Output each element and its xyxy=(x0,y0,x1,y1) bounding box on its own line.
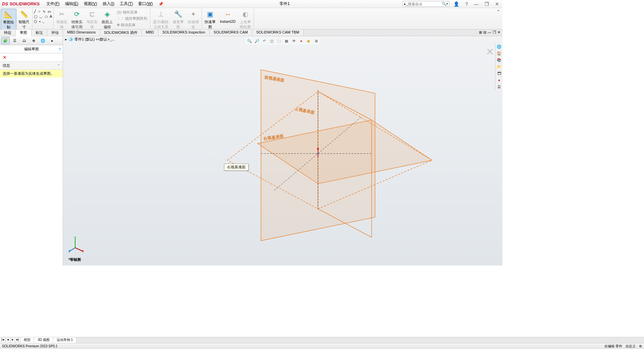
property-tab-icon[interactable]: ☰ xyxy=(10,37,19,44)
offset-icon: ⊏ xyxy=(88,9,97,19)
command-search[interactable]: ▸_ 🔍 ▾ xyxy=(402,1,449,7)
tab-annotate[interactable]: 标注 xyxy=(32,30,47,36)
user-icon[interactable]: 👤 xyxy=(451,1,461,7)
search-input[interactable] xyxy=(408,2,442,6)
tab-sw-addins[interactable]: SOLIDWORKS 插件 xyxy=(100,30,142,36)
move-icon: ✥ xyxy=(117,23,120,27)
search-terminal-icon: ▸_ xyxy=(404,2,408,6)
file-explorer-icon[interactable]: 📁 xyxy=(496,64,502,70)
quick-sketch-button[interactable]: ▣ 快速草 图 xyxy=(203,9,218,30)
more-tab-icon[interactable]: ▸ xyxy=(48,37,57,44)
prev-view-icon[interactable]: ↶ xyxy=(261,38,268,44)
tab-sw-inspection[interactable]: SOLIDWORKS Inspection xyxy=(158,30,210,36)
minimize-button[interactable]: — xyxy=(472,1,481,7)
scene-icon[interactable]: ◉ xyxy=(305,38,312,44)
close-button[interactable]: ✕ xyxy=(493,1,501,7)
help-icon[interactable]: ? xyxy=(463,1,470,7)
sw-resources-icon[interactable]: 🌐 xyxy=(496,44,502,50)
design-library-icon[interactable]: 📚 xyxy=(496,57,502,63)
snap-icon: ✦ xyxy=(189,9,198,19)
slot-tool-icon[interactable]: ▭ xyxy=(48,9,51,14)
convert-button[interactable]: ⟳ 转换实 体引用 xyxy=(69,9,85,30)
onface-offset-button[interactable]: ◈ 曲面上 偏移 xyxy=(100,9,115,30)
pm-cancel-button[interactable]: ✕ xyxy=(0,53,63,61)
view-palette-icon[interactable]: 🗔 xyxy=(496,70,502,76)
display-style-icon[interactable]: ▦ xyxy=(283,38,290,44)
reference-planes[interactable]: 前视基准面 上视基准面 右视基准面 xyxy=(157,63,459,247)
panel-close-icon[interactable]: ✕ xyxy=(497,30,500,35)
menu-window[interactable]: 窗口(W) xyxy=(136,0,155,7)
menu-insert[interactable]: 插入(I) xyxy=(100,0,117,7)
panel-min-icon[interactable]: — xyxy=(488,30,491,35)
panel-max-icon[interactable]: ❐ xyxy=(493,30,496,35)
arc-tool-icon[interactable]: ◡ xyxy=(39,14,43,19)
dimxpert-tab-icon[interactable]: ⊕ xyxy=(29,37,38,44)
panel-right-icon[interactable]: ⊟ xyxy=(483,30,486,35)
home-icon[interactable]: 🏠 xyxy=(496,50,502,56)
ribbon-expand-icon[interactable]: ⌃ xyxy=(494,8,502,29)
menu-tools[interactable]: 工具(T) xyxy=(117,0,136,7)
ribbon-toolbar: 📐 草图绘 制 📏 智能尺 寸 ╱ ○ ∿ ▭ ▢ ◡ ⬭ A ⬡ • xyxy=(0,8,502,30)
instant2d-icon: ↔ xyxy=(223,9,232,19)
graphics-viewport[interactable]: ▸ 🧊 零件1 (默认) <<默认>_... 🔍 🔎 ↶ ◫ ⬚ ▦ 👁 ● ◉… xyxy=(63,36,502,266)
menu-pin[interactable]: 📌 xyxy=(156,1,166,7)
rect-tool-icon[interactable]: ▢ xyxy=(34,14,37,19)
confirm-corner-cancel[interactable]: ✕ xyxy=(486,46,494,57)
view-settings-icon[interactable]: 🖥 xyxy=(313,38,319,44)
section-view-icon[interactable]: ◫ xyxy=(268,38,275,44)
fillet-tool-icon[interactable]: ◟ xyxy=(43,19,44,24)
view-orient-icon[interactable]: ⬚ xyxy=(276,38,282,44)
menu-view[interactable]: 视图(V) xyxy=(81,0,100,7)
breadcrumb-expand-icon[interactable]: ▸ xyxy=(65,37,67,42)
config-tab-icon[interactable]: 🗂 xyxy=(20,37,29,44)
view-triad[interactable]: Y X Z xyxy=(68,236,85,253)
menu-file[interactable]: 文件(F) xyxy=(44,0,62,7)
breadcrumb[interactable]: ▸ 🧊 零件1 (默认) <<默认>_... xyxy=(65,37,115,42)
smart-dimension-button[interactable]: 📏 智能尺 寸 xyxy=(16,9,32,30)
relations-icon: ⊥ xyxy=(156,9,166,19)
appearance-tab-icon[interactable]: 🌐 xyxy=(39,37,47,44)
zoom-fit-icon[interactable]: 🔍 xyxy=(246,38,253,44)
search-dropdown-icon[interactable]: ▾ xyxy=(446,2,448,5)
sketch-button[interactable]: 📐 草图绘 制 xyxy=(1,9,16,31)
offset-button: ⊏ 等距实 体 xyxy=(85,9,100,30)
feature-tree-tab-icon[interactable]: 🧩 xyxy=(1,37,10,44)
hide-show-icon[interactable]: 👁 xyxy=(290,38,297,44)
search-icon[interactable]: 🔍 xyxy=(442,2,446,6)
appearances-icon[interactable]: ● xyxy=(298,38,305,44)
tab-sw-cam[interactable]: SOLIDWORKS CAM xyxy=(210,30,252,36)
title-bar: DS SOLIDWORKS 文件(F) 编辑(E) 视图(V) 插入(I) 工具… xyxy=(0,0,502,8)
shade-icon: ◐ xyxy=(240,9,250,19)
trim-icon: ✂ xyxy=(57,9,67,19)
circle-tool-icon[interactable]: ○ xyxy=(38,9,41,14)
spline-tool-icon[interactable]: ∿ xyxy=(43,9,46,14)
pm-help-icon[interactable]: ? xyxy=(59,47,61,51)
tab-features[interactable]: 特征 xyxy=(0,30,16,36)
svg-point-6 xyxy=(317,153,319,154)
zoom-area-icon[interactable]: 🔎 xyxy=(254,38,260,44)
text-tool-icon[interactable]: A xyxy=(50,14,52,19)
pattern-icon: ⋮⋮ xyxy=(117,16,124,21)
ellipse-tool-icon[interactable]: ⬭ xyxy=(45,14,48,19)
tab-mbd[interactable]: MBD xyxy=(142,30,158,36)
breadcrumb-part-name[interactable]: 零件1 (默认) <<默认>_... xyxy=(74,37,115,42)
quicksketch-icon: ▣ xyxy=(206,9,215,19)
instant2d-button[interactable]: ↔ Instant2D xyxy=(218,9,237,24)
custom-props-icon[interactable]: ☰ xyxy=(496,84,502,90)
menu-edit[interactable]: 编辑(E) xyxy=(62,0,81,7)
line-tool-icon[interactable]: ╱ xyxy=(34,9,36,14)
appearances-pane-icon[interactable]: ● xyxy=(496,77,502,83)
tab-mbd-dimensions[interactable]: MBD Dimensions xyxy=(63,30,100,36)
tab-sketch[interactable]: 草图 xyxy=(16,30,32,36)
tab-evaluate[interactable]: 评估 xyxy=(47,30,63,36)
show-relations-button: ⊥ 显示/删除 几何关系 xyxy=(151,9,171,30)
pm-info-header[interactable]: 信息 ⌃ xyxy=(0,61,63,70)
tab-sw-cam-tbm[interactable]: SOLIDWORKS CAM TBM xyxy=(252,30,304,36)
restore-button[interactable]: ❐ xyxy=(483,1,491,7)
move-entities-button: ✥移动实体 xyxy=(115,22,149,28)
collapse-icon[interactable]: ⌃ xyxy=(57,64,60,67)
panel-left-icon[interactable]: ⊞ xyxy=(479,30,482,35)
polygon-tool-icon[interactable]: ⬡ xyxy=(34,19,37,24)
point-tool-icon[interactable]: • xyxy=(39,19,41,24)
repair-icon: 🔧 xyxy=(174,9,183,19)
